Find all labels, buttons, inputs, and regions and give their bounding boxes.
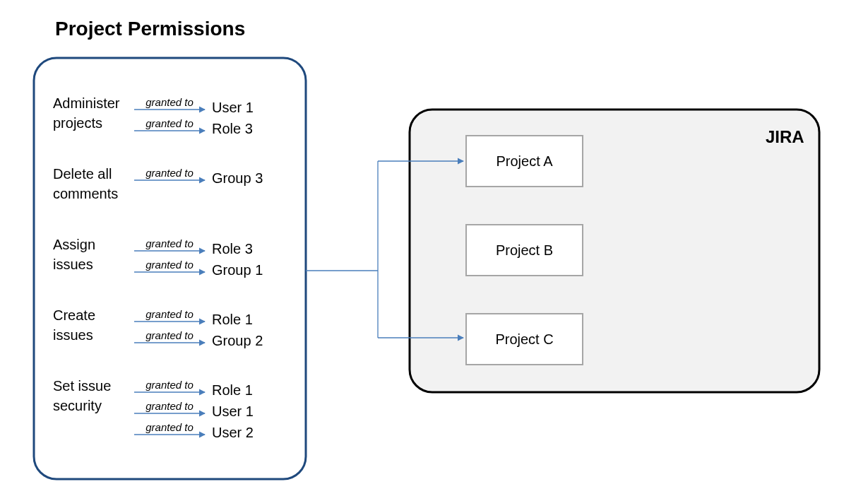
grantee-label: Group 1 (212, 262, 263, 278)
granted-to-label: granted to (145, 259, 194, 271)
granted-to-label: granted to (145, 308, 194, 320)
jira-label: JIRA (766, 127, 804, 146)
permission-name-line2: security (53, 398, 102, 413)
diagram-canvas: Project Permissions Administerprojectsgr… (0, 0, 868, 501)
project-label: Project B (496, 242, 553, 258)
permission-name-line1: Administer (53, 95, 120, 111)
permission-name-line2: issues (53, 327, 93, 343)
project-box: Project B (466, 225, 583, 276)
granted-to-label: granted to (145, 379, 194, 391)
grantee-label: Role 3 (212, 241, 253, 257)
grantee-label: Role 1 (212, 312, 253, 327)
permission-name-line2: comments (53, 186, 118, 201)
projects-list: Project AProject BProject C (466, 136, 583, 365)
project-box: Project A (466, 136, 583, 187)
permission-name-line1: Assign (53, 237, 95, 252)
grantee-label: User 1 (212, 403, 254, 419)
project-box: Project C (466, 314, 583, 365)
grantee-label: Group 3 (212, 170, 263, 186)
permission-name-line1: Set issue (53, 378, 111, 394)
permission-name-line2: projects (53, 115, 102, 131)
granted-to-label: granted to (145, 117, 194, 129)
granted-to-label: granted to (145, 329, 194, 341)
permission-name-line2: issues (53, 257, 93, 272)
grantee-label: Group 2 (212, 333, 263, 348)
granted-to-label: granted to (145, 400, 194, 412)
permission-name-line1: Create (53, 307, 95, 323)
grantee-label: Role 1 (212, 382, 253, 398)
granted-to-label: granted to (145, 421, 194, 433)
granted-to-label: granted to (145, 237, 194, 249)
page-title: Project Permissions (55, 18, 245, 40)
granted-to-label: granted to (145, 167, 194, 179)
project-label: Project C (495, 331, 553, 347)
grantee-label: User 1 (212, 100, 254, 115)
granted-to-label: granted to (145, 96, 194, 108)
project-label: Project A (496, 153, 553, 169)
grantee-label: User 2 (212, 425, 254, 440)
grantee-label: Role 3 (212, 121, 253, 136)
permission-name-line1: Delete all (53, 166, 112, 182)
